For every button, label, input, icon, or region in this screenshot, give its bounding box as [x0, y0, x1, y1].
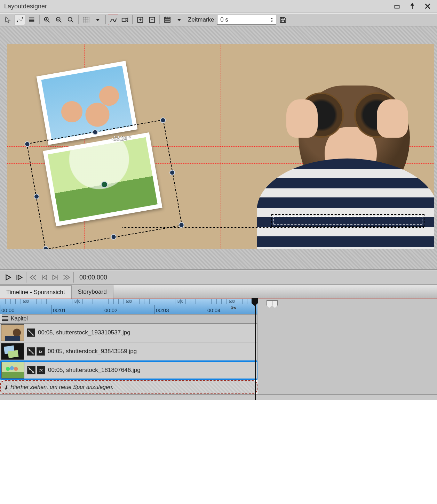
resize-handle[interactable] — [110, 234, 117, 240]
svg-text:B: B — [32, 333, 33, 336]
playback-controls: 00:00.000 — [0, 270, 437, 285]
svg-text:A: A — [29, 330, 30, 333]
transition-badge-icon[interactable]: AB — [27, 366, 35, 374]
new-track-drop-zone[interactable]: ⬇ Hierher ziehen, um neue Spur anzulegen… — [0, 380, 257, 394]
svg-text:B: B — [32, 371, 34, 373]
clip-row-3-selected[interactable]: AB fx 00:05, shutterstock_181807646.jpg — [0, 361, 257, 380]
collapse-icon[interactable] — [2, 316, 8, 321]
svg-rect-10 — [165, 19, 170, 21]
grid-menu-dropdown-icon[interactable] — [93, 15, 103, 25]
save-icon[interactable] — [278, 15, 288, 25]
play-from-cursor-icon[interactable] — [14, 272, 24, 283]
timemark-input[interactable]: 0 s ▲▼ — [217, 15, 276, 25]
close-icon[interactable] — [422, 1, 433, 11]
clip-label: 00:05, shutterstock_93843559.jpg — [48, 348, 137, 355]
range-markers-icon[interactable] — [267, 300, 278, 308]
remove-keyframe-icon[interactable] — [147, 15, 157, 25]
resize-handle[interactable] — [160, 117, 166, 124]
marker-list-icon[interactable] — [162, 15, 173, 25]
panel-title: Layoutdesigner — [4, 3, 47, 10]
svg-text:A: A — [29, 368, 31, 370]
zoom-in-icon[interactable] — [42, 15, 52, 25]
svg-rect-25 — [2, 372, 24, 378]
svg-rect-0 — [395, 5, 399, 8]
tab-timeline[interactable]: Timeline - Spuransicht — [0, 285, 72, 299]
svg-rect-12 — [281, 17, 284, 19]
svg-rect-13 — [281, 20, 285, 22]
bezier-tool-icon[interactable] — [15, 15, 25, 25]
clip-label: 00:05, shutterstock_193310537.jpg — [38, 329, 130, 336]
tab-storyboard[interactable]: Storyboard — [72, 285, 113, 299]
rewind-icon[interactable] — [28, 272, 38, 283]
timeline-empty-right — [257, 314, 437, 394]
cursor-tool-icon[interactable] — [3, 15, 13, 25]
fast-forward-icon[interactable] — [61, 272, 72, 283]
fx-badge-icon[interactable]: fx — [37, 366, 45, 374]
play-icon[interactable] — [3, 272, 13, 283]
chapter-track-header[interactable]: Kapitel — [0, 314, 257, 323]
drop-arrow-icon: ⬇ — [3, 384, 8, 391]
transition-badge-icon[interactable]: AB — [27, 328, 35, 337]
zoom-fit-icon[interactable] — [65, 15, 76, 25]
svg-rect-16 — [5, 336, 20, 341]
drop-hint-label: Hierher ziehen, um neue Spur anzulegen. — [10, 384, 113, 390]
canvas-area: -13,24 ° — [0, 26, 437, 270]
svg-point-15 — [13, 329, 21, 337]
zoom-out-icon[interactable] — [54, 15, 64, 25]
chapter-label: Kapitel — [11, 316, 28, 322]
svg-point-1 — [17, 21, 18, 23]
clip-thumb — [1, 324, 24, 341]
layout-photo-1[interactable] — [37, 61, 138, 145]
fx-badge-icon[interactable]: fx — [37, 347, 45, 356]
list-tool-icon[interactable] — [26, 15, 37, 25]
layout-toolbar: Zeitmarke: 0 s ▲▼ — [0, 13, 437, 26]
ruler-empty-area — [257, 299, 437, 314]
timeline-area: Kapitel AB 00:05, shutterstock_193310537… — [0, 314, 437, 394]
camera-path-icon[interactable] — [120, 15, 130, 25]
window-restore-icon[interactable] — [392, 1, 402, 11]
panel-bottom-strip — [0, 394, 437, 400]
add-keyframe-icon[interactable] — [135, 15, 145, 25]
stage[interactable]: -13,24 ° — [7, 44, 434, 249]
clip-row-2[interactable]: AB fx 00:05, shutterstock_93843559.jpg — [0, 342, 257, 361]
resize-handle[interactable] — [33, 193, 40, 200]
timemark-value: 0 s — [220, 16, 228, 23]
transition-badge-icon[interactable]: AB — [27, 347, 35, 356]
resize-handle[interactable] — [42, 246, 49, 249]
panel-header: Layoutdesigner — [0, 0, 437, 13]
marker-dropdown-icon[interactable] — [174, 15, 184, 25]
next-frame-icon[interactable] — [50, 272, 61, 283]
caption-placeholder-selection[interactable] — [271, 214, 424, 227]
scissors-icon[interactable]: ✂ — [231, 304, 237, 312]
grid-icon[interactable] — [81, 15, 91, 25]
time-ruler[interactable]: /*ticks generated below via JS anyway*/ … — [0, 299, 257, 314]
svg-rect-6 — [122, 18, 126, 21]
svg-point-26 — [6, 367, 10, 371]
timemark-label: Zeitmarke: — [188, 16, 216, 23]
svg-point-2 — [22, 17, 23, 19]
svg-text:B: B — [32, 352, 33, 355]
clip-row-1[interactable]: AB 00:05, shutterstock_193310537.jpg — [0, 323, 257, 342]
clip-thumb — [1, 343, 24, 360]
pin-icon[interactable] — [407, 1, 418, 11]
svg-text:A: A — [29, 349, 30, 351]
timeline-tabs: Timeline - Spuransicht Storyboard — [0, 285, 437, 299]
svg-rect-11 — [165, 21, 170, 23]
prev-frame-icon[interactable] — [39, 272, 49, 283]
svg-rect-21 — [8, 350, 18, 358]
clip-label: 00:05, shutterstock_181807646.jpg — [48, 367, 141, 374]
resize-handle[interactable] — [169, 169, 176, 176]
svg-point-28 — [14, 367, 18, 371]
clip-thumb — [1, 362, 24, 379]
time-spinner-icon[interactable]: ▲▼ — [270, 17, 273, 23]
playback-time: 00:00.000 — [79, 274, 107, 281]
motion-path-icon[interactable] — [108, 15, 118, 25]
svg-point-27 — [10, 366, 14, 371]
